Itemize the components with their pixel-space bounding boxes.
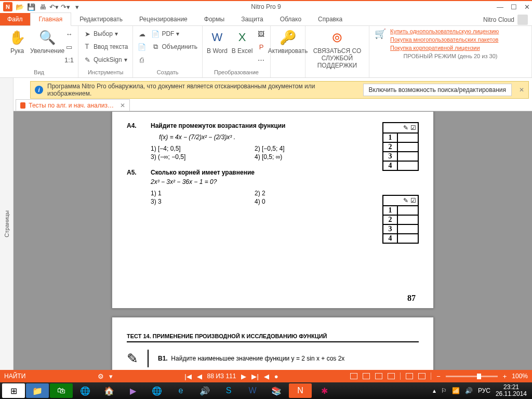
zoom-slider[interactable] (446, 376, 498, 377)
view-contfacing-icon[interactable] (388, 373, 395, 379)
pdf-tab-icon (20, 102, 25, 109)
buy-multi-link[interactable]: Покупка многопользовательских пакетов (390, 36, 499, 43)
from-cloud-button[interactable]: ☁ (136, 28, 148, 39)
view-full-icon[interactable] (406, 373, 413, 379)
last-page-button[interactable]: ▶| (251, 373, 258, 380)
excel-icon: X (234, 29, 250, 46)
redo-icon[interactable]: ↷▾ (61, 3, 70, 11)
open-icon[interactable]: 📂 (16, 3, 24, 11)
page-viewport[interactable]: ✎☑ 1 2 3 4 A4.Найдите промежуток возраст… (14, 111, 532, 370)
page-next: ТЕСТ 14. ПРИМЕНЕНИЕ ПРОИЗВОДНОЙ К ИССЛЕД… (112, 317, 434, 370)
tab-edit[interactable]: Редактировать (71, 13, 131, 25)
zoom-value[interactable]: 100% (512, 373, 528, 380)
page-number: 87 (407, 294, 416, 303)
buy-corp-link[interactable]: Покупка корпоративной лицензии (390, 45, 499, 51)
qat-more-icon[interactable]: ▾ (73, 3, 81, 11)
print-icon[interactable]: 🖶 (38, 3, 47, 11)
status-bar: НАЙТИ ⚙ ▾ |◀ ◀ 88 ИЗ 111 ▶ ▶| ◀ ● − + 10… (0, 370, 532, 382)
view-single-icon[interactable] (350, 373, 357, 379)
tab-help[interactable]: Справка (310, 13, 351, 25)
zoom-out-button[interactable]: − (436, 373, 441, 380)
nitro-cloud[interactable]: Nitro Cloud (483, 15, 528, 25)
group-create: ☁ 📄 ⎙ 📄PDF▾ ⧉Объединить Создать (133, 26, 203, 77)
store-icon[interactable]: 🛍 (50, 383, 73, 398)
type-text-button[interactable]: ᎢВвод текста (82, 41, 129, 52)
quicksign-button[interactable]: ✎QuickSign▾ (82, 54, 129, 65)
ie-icon[interactable]: e (169, 383, 192, 398)
explorer-icon[interactable]: 📁 (26, 383, 49, 398)
fit-page-button[interactable]: ▭ (63, 41, 75, 52)
view-facing-icon[interactable] (375, 373, 382, 379)
tray-up-icon[interactable]: ▴ (433, 387, 436, 394)
save-icon[interactable]: 💾 (27, 3, 35, 11)
from-file-button[interactable]: 📄 (136, 41, 148, 52)
find-label[interactable]: НАЙТИ (4, 373, 25, 380)
zoom-tool[interactable]: 🔍Увеличение (33, 28, 61, 55)
tab-home[interactable]: Главная (30, 12, 72, 26)
activate-button[interactable]: 🔑Активировать (274, 28, 302, 55)
tab-cloud[interactable]: Облако (272, 13, 310, 25)
hand-tool[interactable]: ✋Рука (3, 28, 31, 55)
tray-volume-icon[interactable]: 🔊 (465, 387, 473, 394)
zoom-in-button[interactable]: + (503, 373, 507, 380)
actual-size-button[interactable]: 1:1 (63, 54, 75, 65)
prev-page-button[interactable]: ◀ (197, 373, 202, 380)
media-icon[interactable]: ▶ (122, 383, 144, 398)
tray-network-icon[interactable]: 📶 (452, 387, 460, 394)
combine-button[interactable]: ⧉Объединить (150, 41, 199, 52)
from-scanner-button[interactable]: ⎙ (136, 54, 148, 65)
to-ppt-button[interactable]: P (256, 41, 267, 52)
nitro-taskbar-icon[interactable]: N (289, 383, 312, 398)
to-other-button[interactable]: ⋯ (256, 54, 267, 65)
back-button[interactable]: ◀ (264, 373, 269, 380)
answer-grid-a5: ✎☑ 1 2 3 4 (382, 195, 419, 244)
dropdown-icon[interactable]: ▾ (109, 373, 113, 380)
next-page-button[interactable]: ▶ (241, 373, 246, 380)
page-indicator[interactable]: 88 ИЗ 111 (207, 373, 236, 380)
cursor-icon: ➤ (83, 30, 91, 38)
winrar-icon[interactable]: 📚 (265, 383, 288, 398)
sound-icon[interactable]: 🔊 (193, 383, 216, 398)
word-taskbar-icon[interactable]: W (241, 383, 264, 398)
to-word-button[interactable]: WВ Word (206, 28, 229, 55)
file-tab[interactable]: Файл (0, 13, 30, 25)
enable-ocr-button[interactable]: Включить возможность поиска/редактирован… (363, 84, 512, 96)
buy-single-link[interactable]: Купить однопользовательскую лицензию (390, 28, 499, 34)
forward-button[interactable]: ● (274, 373, 278, 380)
app-icon[interactable]: ✱ (313, 383, 336, 398)
side-panel-tab[interactable]: Страницы (0, 78, 14, 370)
gear-icon[interactable]: ⚙ (98, 373, 104, 380)
tab-forms[interactable]: Формы (196, 13, 233, 25)
to-excel-button[interactable]: XВ Excel (231, 28, 254, 55)
test-heading: ТЕСТ 14. ПРИМЕНЕНИЕ ПРОИЗВОДНОЙ К ИССЛЕД… (127, 333, 419, 342)
workspace: Страницы i Программа Nitro Pro обнаружил… (0, 78, 532, 370)
minimize-button[interactable]: — (497, 3, 503, 11)
combine-icon: ⧉ (151, 43, 159, 51)
fit-width-button[interactable]: ↔ (63, 28, 75, 39)
check-icon: ☑ (410, 197, 416, 204)
tab-close-icon[interactable]: ✕ (120, 102, 125, 109)
pdf-button[interactable]: 📄PDF▾ (150, 28, 199, 39)
close-button[interactable]: ✕ (524, 3, 530, 11)
document-tab[interactable]: Тесты по алг. и нач. анализа к Ко... ✕ (16, 99, 130, 111)
view-rotate-icon[interactable] (418, 373, 425, 379)
first-page-button[interactable]: |◀ (184, 373, 191, 380)
tab-review[interactable]: Рецензирование (131, 13, 196, 25)
start-button[interactable]: ⊞ (2, 383, 25, 398)
select-button[interactable]: ➤Выбор▾ (82, 28, 129, 39)
pdf-icon: 📄 (151, 30, 159, 38)
support-button[interactable]: ⊚СВЯЗАТЬСЯ СО СЛУЖБОЙ ПОДДЕРЖКИ (309, 28, 366, 69)
tray-clock[interactable]: 23:21 26.11.2014 (496, 384, 527, 397)
undo-icon[interactable]: ↶▾ (50, 3, 58, 11)
skype-icon[interactable]: S (217, 383, 240, 398)
tray-flag-icon[interactable]: ⚐ (441, 387, 447, 394)
chrome-icon[interactable]: 🌐 (145, 383, 168, 398)
browser-icon[interactable]: 🌐 (74, 383, 97, 398)
home-icon[interactable]: 🏠 (98, 383, 121, 398)
maximize-button[interactable]: ☐ (511, 3, 517, 11)
tray-lang[interactable]: РУС (478, 387, 490, 394)
view-cont-icon[interactable] (363, 373, 370, 379)
tab-protect[interactable]: Защита (233, 13, 272, 25)
to-image-button[interactable]: 🖼 (256, 28, 267, 39)
notice-close-icon[interactable]: ✕ (519, 86, 524, 94)
